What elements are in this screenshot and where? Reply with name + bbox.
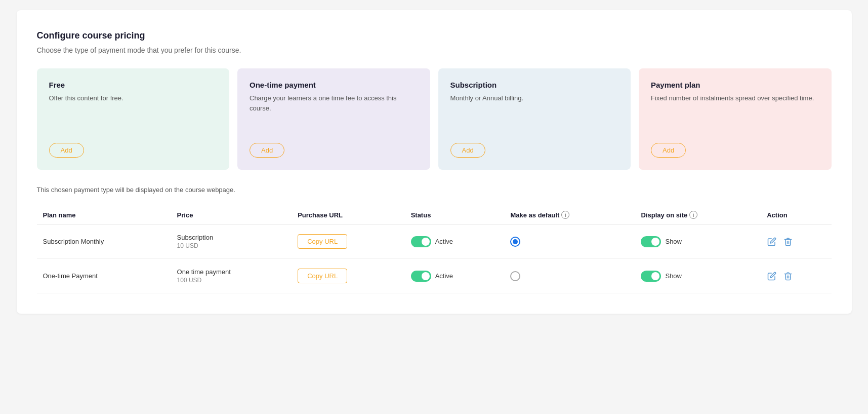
add-payment-plan-button[interactable]: Add — [651, 143, 686, 158]
table-row: One-time Payment One time payment 100 US… — [37, 259, 832, 293]
action-icons-2 — [767, 271, 825, 281]
action-cell-2 — [761, 259, 831, 293]
pricing-cards: Free Offer this content for free. Add On… — [37, 68, 832, 170]
pricing-card-one-time: One-time payment Charge your learners a … — [237, 68, 430, 170]
make-default-radio-wrap-2 — [510, 271, 629, 281]
display-toggle-wrap-2: Show — [641, 271, 755, 282]
info-text: This chosen payment type will be display… — [37, 186, 832, 194]
purchase-url-cell-2: Copy URL — [292, 259, 404, 293]
delete-icon-1[interactable] — [783, 237, 793, 247]
plans-table: Plan name Price Purchase URL Status — [37, 206, 832, 293]
display-toggle-wrap-1: Show — [641, 236, 755, 247]
status-toggle-wrap-2: Active — [411, 271, 499, 282]
status-toggle-slider-1 — [411, 236, 431, 247]
make-default-cell-1 — [504, 224, 635, 259]
make-default-radio-wrap-1 — [510, 237, 629, 247]
edit-icon-2[interactable] — [767, 271, 777, 281]
display-toggle-slider-1 — [641, 236, 661, 247]
status-toggle-wrap-1: Active — [411, 236, 499, 247]
card-title-subscription: Subscription — [450, 81, 619, 89]
status-label-2: Active — [435, 272, 453, 280]
price-cell: Subscription 10 USD — [171, 224, 292, 259]
card-desc-free: Offer this content for free. — [49, 93, 218, 103]
card-desc-payment-plan: Fixed number of instalments spread over … — [651, 93, 819, 103]
make-default-info-icon[interactable]: i — [561, 211, 569, 219]
copy-url-button-1[interactable]: Copy URL — [298, 234, 347, 249]
col-purchase-url: Purchase URL — [292, 206, 404, 224]
card-desc-subscription: Monthly or Annual billing. — [450, 93, 619, 103]
purchase-url-cell: Copy URL — [292, 224, 404, 259]
display-on-site-cell-1: Show — [635, 224, 761, 259]
copy-url-button-2[interactable]: Copy URL — [298, 269, 347, 283]
card-desc-one-time: Charge your learners a one time fee to a… — [250, 93, 418, 113]
pricing-card-free: Free Offer this content for free. Add — [37, 68, 230, 170]
table-header-row: Plan name Price Purchase URL Status — [37, 206, 832, 224]
display-label-1: Show — [665, 238, 682, 245]
add-free-button[interactable]: Add — [49, 143, 84, 158]
pricing-card-payment-plan: Payment plan Fixed number of instalments… — [639, 68, 832, 170]
price-amount-2: 100 USD — [177, 277, 286, 284]
col-action: Action — [761, 206, 831, 224]
add-one-time-button[interactable]: Add — [250, 143, 284, 158]
table-row: Subscription Monthly Subscription 10 USD… — [37, 224, 832, 259]
make-default-radio-2[interactable] — [510, 271, 520, 281]
page-subtitle: Choose the type of payment mode that you… — [37, 46, 832, 54]
status-label-1: Active — [435, 238, 453, 245]
action-icons-1 — [767, 237, 825, 247]
display-toggle-slider-2 — [641, 271, 661, 282]
status-toggle-1[interactable] — [411, 236, 431, 247]
plan-name-cell: One-time Payment — [37, 259, 171, 293]
display-on-site-info-icon[interactable]: i — [689, 211, 697, 219]
status-toggle-2[interactable] — [411, 271, 431, 282]
status-cell-2: Active — [405, 259, 505, 293]
price-amount: 10 USD — [177, 242, 286, 249]
pricing-card-subscription: Subscription Monthly or Annual billing. … — [438, 68, 631, 170]
display-label-2: Show — [665, 272, 682, 280]
plan-name-cell: Subscription Monthly — [37, 224, 171, 259]
edit-icon-1[interactable] — [767, 237, 777, 247]
display-on-site-cell-2: Show — [635, 259, 761, 293]
price-type-2: One time payment — [177, 268, 286, 276]
make-default-radio-1[interactable] — [510, 237, 520, 247]
action-cell-1 — [761, 224, 831, 259]
col-plan-name: Plan name — [37, 206, 171, 224]
page-title: Configure course pricing — [37, 30, 832, 41]
make-default-cell-2 — [504, 259, 635, 293]
col-price: Price — [171, 206, 292, 224]
card-title-one-time: One-time payment — [250, 81, 418, 89]
card-title-payment-plan: Payment plan — [651, 81, 819, 89]
card-title-free: Free — [49, 81, 218, 89]
status-cell-1: Active — [405, 224, 505, 259]
main-container: Configure course pricing Choose the type… — [17, 10, 852, 314]
display-toggle-1[interactable] — [641, 236, 661, 247]
display-toggle-2[interactable] — [641, 271, 661, 282]
col-make-default: Make as default i — [504, 206, 635, 224]
price-cell: One time payment 100 USD — [171, 259, 292, 293]
add-subscription-button[interactable]: Add — [450, 143, 485, 158]
col-status: Status — [405, 206, 505, 224]
price-type: Subscription — [177, 234, 286, 241]
delete-icon-2[interactable] — [783, 271, 793, 281]
status-toggle-slider-2 — [411, 271, 431, 282]
col-display-on-site: Display on site i — [635, 206, 761, 224]
